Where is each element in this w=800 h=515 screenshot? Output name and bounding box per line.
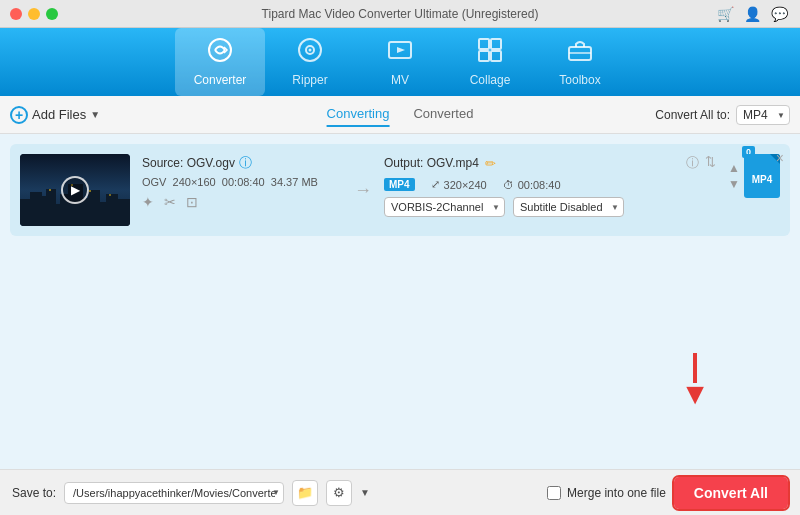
source-label-text: Source: OGV.ogv xyxy=(142,156,235,170)
svg-rect-6 xyxy=(491,39,501,49)
effects-icon[interactable]: ✦ xyxy=(142,194,154,210)
close-file-button[interactable]: × xyxy=(776,150,784,166)
settings-icon: ⚙ xyxy=(333,485,345,500)
nav-item-converter[interactable]: Converter xyxy=(175,28,265,96)
svg-rect-8 xyxy=(491,51,501,61)
svg-rect-15 xyxy=(46,189,56,226)
output-resolution-meta: ⤢ 320×240 xyxy=(431,178,487,191)
svg-point-24 xyxy=(49,189,51,191)
nav-item-mv[interactable]: MV xyxy=(355,28,445,96)
mp4-file-wrapper: 0 MP4 xyxy=(744,154,780,198)
svg-rect-5 xyxy=(479,39,489,49)
add-files-label: Add Files xyxy=(32,107,86,122)
scroll-up-icon[interactable]: ▲ xyxy=(728,161,740,175)
settings-dropdown-wrapper[interactable]: ▼ xyxy=(360,487,370,498)
title-bar-actions[interactable]: 🛒 👤 💬 xyxy=(717,6,788,22)
save-to-label: Save to: xyxy=(12,486,56,500)
arrow-indicator: ▼ xyxy=(680,353,710,409)
cart-icon[interactable]: 🛒 xyxy=(717,6,734,22)
nav-item-ripper[interactable]: Ripper xyxy=(265,28,355,96)
title-bar: Tipard Mac Video Converter Ultimate (Unr… xyxy=(0,0,800,28)
toolbox-icon xyxy=(567,37,593,69)
nav-label-toolbox: Toolbox xyxy=(559,73,600,87)
minimize-button[interactable] xyxy=(28,8,40,20)
format-select-wrapper[interactable]: MP4 MKV AVI MOV xyxy=(736,105,790,125)
convert-all-to-label: Convert All to: xyxy=(655,108,730,122)
main-content: ▶ Source: OGV.ogv ⓘ OGV 240×160 00:08:40… xyxy=(0,134,800,469)
subtitle-select[interactable]: Subtitle Disabled Subtitle Enabled xyxy=(513,197,624,217)
thumbnail[interactable]: ▶ xyxy=(20,154,130,226)
source-label-container: Source: OGV.ogv ⓘ xyxy=(142,154,342,172)
merge-label-text: Merge into one file xyxy=(567,486,666,500)
output-adjust-icon[interactable]: ⇅ xyxy=(705,154,716,172)
format-select[interactable]: MP4 MKV AVI MOV xyxy=(736,105,790,125)
bottom-bar: Save to: ▼ 📁 ⚙ ▼ Merge into one file Con… xyxy=(0,469,800,515)
subtitle-select-wrapper[interactable]: Subtitle Disabled Subtitle Enabled xyxy=(513,197,624,217)
settings-dropdown-arrow[interactable]: ▼ xyxy=(360,487,370,498)
plus-icon: + xyxy=(10,106,28,124)
user-icon[interactable]: 👤 xyxy=(744,6,761,22)
source-info-icon[interactable]: ⓘ xyxy=(239,154,252,172)
window-title: Tipard Mac Video Converter Ultimate (Unr… xyxy=(262,7,539,21)
settings-button-1[interactable]: ⚙ xyxy=(326,480,352,506)
output-meta-row: MP4 ⤢ 320×240 ⏱ 00:08:40 xyxy=(384,178,716,191)
nav-label-ripper: Ripper xyxy=(292,73,327,87)
clock-icon: ⏱ xyxy=(503,179,514,191)
tab-converting[interactable]: Converting xyxy=(327,102,390,127)
output-duration-meta: ⏱ 00:08:40 xyxy=(503,179,561,191)
add-files-dropdown-icon[interactable]: ▼ xyxy=(90,109,100,120)
add-files-button[interactable]: + Add Files ▼ xyxy=(10,106,100,124)
file-item: ▶ Source: OGV.ogv ⓘ OGV 240×160 00:08:40… xyxy=(10,144,790,236)
audio-select-wrapper[interactable]: VORBIS-2Channel AAC MP3 xyxy=(384,197,505,217)
svg-point-27 xyxy=(109,194,111,196)
trim-icon[interactable]: ✂ xyxy=(164,194,176,210)
mp4-icon-area: ▲ ▼ 0 MP4 xyxy=(728,154,780,198)
nav-bar: Converter Ripper MV xyxy=(0,28,800,96)
play-button[interactable]: ▶ xyxy=(61,176,89,204)
nav-label-collage: Collage xyxy=(470,73,511,87)
file-format: OGV xyxy=(142,176,166,188)
file-actions: ✦ ✂ ⊡ xyxy=(142,194,342,210)
output-resolution: 320×240 xyxy=(444,179,487,191)
file-output: Output: OGV.mp4 ✏ ⓘ ⇅ MP4 ⤢ 320×240 ⏱ 00… xyxy=(384,154,716,217)
resize-icon: ⤢ xyxy=(431,178,440,191)
ripper-icon xyxy=(297,37,323,69)
file-resolution: 240×160 xyxy=(173,176,216,188)
close-button[interactable] xyxy=(10,8,22,20)
convert-all-button[interactable]: Convert All xyxy=(674,477,788,509)
convert-arrow: → xyxy=(354,180,372,201)
mv-icon xyxy=(387,37,413,69)
nav-item-toolbox[interactable]: Toolbox xyxy=(535,28,625,96)
side-nav-arrows[interactable]: ▲ ▼ xyxy=(728,161,740,191)
file-source: Source: OGV.ogv ⓘ OGV 240×160 00:08:40 3… xyxy=(142,154,342,210)
save-path-wrapper[interactable]: ▼ xyxy=(64,482,284,504)
convert-all-to-container: Convert All to: MP4 MKV AVI MOV xyxy=(655,105,790,125)
nav-item-collage[interactable]: Collage xyxy=(445,28,535,96)
maximize-button[interactable] xyxy=(46,8,58,20)
file-size: 34.37 MB xyxy=(271,176,318,188)
scroll-down-icon[interactable]: ▼ xyxy=(728,177,740,191)
file-duration: 00:08:40 xyxy=(222,176,265,188)
open-folder-button[interactable]: 📁 xyxy=(292,480,318,506)
output-info-icon[interactable]: ⓘ xyxy=(686,154,699,172)
arrow-down-icon: ▼ xyxy=(680,379,710,409)
selects-row: VORBIS-2Channel AAC MP3 Subtitle Disable… xyxy=(384,197,716,217)
toolbar: + Add Files ▼ Converting Converted Conve… xyxy=(0,96,800,134)
toolbar-tabs: Converting Converted xyxy=(327,102,474,127)
svg-point-3 xyxy=(309,49,312,52)
nav-label-mv: MV xyxy=(391,73,409,87)
svg-rect-7 xyxy=(479,51,489,61)
message-icon[interactable]: 💬 xyxy=(771,6,788,22)
window-controls[interactable] xyxy=(10,8,58,20)
crop-icon[interactable]: ⊡ xyxy=(186,194,198,210)
merge-label[interactable]: Merge into one file xyxy=(547,486,666,500)
audio-select[interactable]: VORBIS-2Channel AAC MP3 xyxy=(384,197,505,217)
nav-label-converter: Converter xyxy=(194,73,247,87)
mp4-file-icon[interactable]: MP4 xyxy=(744,154,780,198)
collage-icon xyxy=(477,37,503,69)
output-duration: 00:08:40 xyxy=(518,179,561,191)
tab-converted[interactable]: Converted xyxy=(413,102,473,127)
output-edit-icon[interactable]: ✏ xyxy=(485,156,496,171)
save-path-input[interactable] xyxy=(64,482,284,504)
merge-checkbox[interactable] xyxy=(547,486,561,500)
